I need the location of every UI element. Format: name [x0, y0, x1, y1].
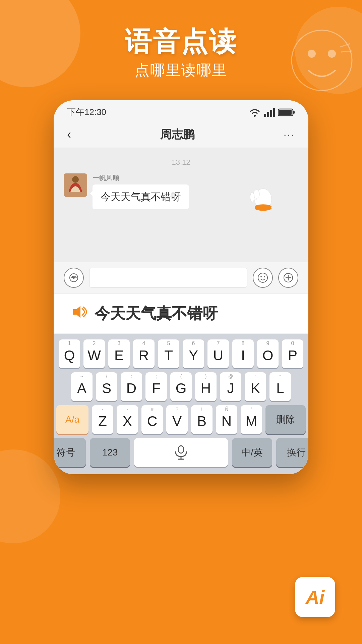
key-s[interactable]: /S [96, 372, 117, 401]
key-q[interactable]: 1Q [59, 339, 80, 368]
wifi-icon [249, 108, 261, 117]
main-title: 语音点读 [0, 27, 362, 56]
bg-circle-bl [0, 449, 60, 543]
status-bar: 下午12:30 [54, 100, 308, 121]
svg-point-18 [255, 204, 272, 209]
chat-message-row: 一帆风顺 今天天气真不错呀 [64, 173, 298, 209]
phone-wrapper: 下午12:30 [54, 100, 308, 474]
key-i[interactable]: 8I [232, 339, 254, 368]
phone-mockup: 下午12:30 [54, 100, 308, 474]
text-input[interactable] [89, 268, 247, 288]
key-c[interactable]: #C [141, 405, 163, 434]
tts-icon [70, 303, 88, 324]
key-k[interactable]: "K [245, 372, 266, 401]
key-row-3: A/a -Z -X #C ?V !B N̄N °M 删除 [57, 405, 305, 434]
voice-button[interactable] [64, 268, 84, 288]
svg-rect-7 [267, 112, 269, 117]
key-r[interactable]: 4R [133, 339, 155, 368]
key-z[interactable]: -Z [92, 405, 113, 434]
key-b[interactable]: !B [191, 405, 213, 434]
key-u[interactable]: 7U [207, 339, 229, 368]
plus-icon [283, 273, 293, 283]
svg-rect-29 [179, 446, 183, 453]
signal-icon [264, 108, 275, 117]
chat-header: ‹ 周志鹏 ··· [54, 121, 308, 148]
key-o[interactable]: 9O [257, 339, 279, 368]
key-h[interactable]: )H [195, 372, 217, 401]
symbols-label: 符号 [56, 446, 75, 459]
svg-rect-9 [273, 108, 275, 117]
tts-bar[interactable]: 今天天气真不错呀 [54, 293, 308, 334]
key-enter[interactable]: 换行 [276, 438, 308, 467]
key-f[interactable]: ;F [145, 372, 167, 401]
svg-point-22 [73, 277, 75, 279]
svg-point-23 [258, 273, 267, 282]
tts-text: 今天天气真不错呀 [95, 304, 218, 323]
enter-label: 换行 [287, 446, 306, 459]
svg-point-25 [264, 276, 265, 277]
key-l[interactable]: "L [269, 372, 291, 401]
key-lang[interactable]: 中/英 [232, 438, 272, 467]
speaker-icon [70, 303, 88, 321]
emoji-icon [257, 272, 268, 283]
key-w[interactable]: 2W [83, 339, 105, 368]
sender-name: 一帆风顺 [93, 173, 189, 182]
svg-point-20 [250, 192, 254, 202]
message-bubble[interactable]: 今天天气真不错呀 [93, 184, 189, 209]
key-row-2: ~A /S :D ;F (G )H @J "K "L [57, 372, 305, 401]
chat-body: 13:12 一帆风顺 今天天气真不错呀 [54, 148, 308, 262]
key-j[interactable]: @J [220, 372, 241, 401]
svg-point-14 [72, 176, 79, 183]
svg-rect-6 [264, 114, 266, 117]
key-row-bottom: 符号 123 中/英 换行 [57, 438, 305, 467]
key-y[interactable]: 6Y [183, 339, 204, 368]
key-g[interactable]: (G [170, 372, 192, 401]
pointing-hand [248, 179, 278, 219]
svg-point-24 [260, 276, 262, 277]
chat-input-bar [54, 262, 308, 293]
voice-icon [69, 273, 78, 282]
status-time: 下午12:30 [67, 106, 106, 118]
battery-icon [278, 108, 295, 117]
svg-rect-11 [293, 111, 295, 114]
keyboard: 1Q 2W 3E 4R 5T 6Y 7U 8I 9O 0P ~A /S :D ;… [54, 334, 308, 474]
key-caps[interactable]: A/a [56, 405, 88, 434]
plus-button[interactable] [278, 268, 298, 288]
svg-rect-8 [270, 110, 272, 117]
key-a[interactable]: ~A [71, 372, 93, 401]
svg-point-5 [254, 115, 256, 117]
key-symbols[interactable]: 符号 [54, 438, 86, 467]
lang-label: 中/英 [241, 446, 263, 459]
key-x[interactable]: -X [117, 405, 138, 434]
chat-timestamp: 13:12 [64, 158, 298, 167]
header-section: 语音点读 点哪里读哪里 [0, 0, 362, 80]
svg-rect-12 [279, 110, 292, 115]
key-v[interactable]: ?V [166, 405, 188, 434]
mic-icon [174, 445, 188, 460]
numbers-label: 123 [102, 447, 118, 458]
key-n[interactable]: N̄N [216, 405, 237, 434]
message-column: 一帆风顺 今天天气真不错呀 [93, 173, 189, 209]
ai-badge: Ai [295, 577, 335, 617]
key-t[interactable]: 5T [158, 339, 179, 368]
status-icons [249, 108, 295, 117]
key-numbers[interactable]: 123 [90, 438, 130, 467]
more-button[interactable]: ··· [284, 129, 295, 140]
key-delete[interactable]: 删除 [265, 405, 306, 434]
message-text: 今天天气真不错呀 [101, 191, 181, 202]
key-row-1: 1Q 2W 3E 4R 5T 6Y 7U 8I 9O 0P [57, 339, 305, 368]
sub-title: 点哪里读哪里 [0, 60, 362, 80]
key-m[interactable]: °M [241, 405, 262, 434]
key-mic[interactable] [134, 438, 228, 467]
key-e[interactable]: 3E [108, 339, 130, 368]
key-d[interactable]: :D [121, 372, 142, 401]
emoji-button[interactable] [253, 268, 273, 288]
chat-title: 周志鹏 [160, 127, 194, 142]
key-p[interactable]: 0P [282, 339, 303, 368]
back-button[interactable]: ‹ [67, 127, 71, 142]
avatar [64, 173, 87, 197]
